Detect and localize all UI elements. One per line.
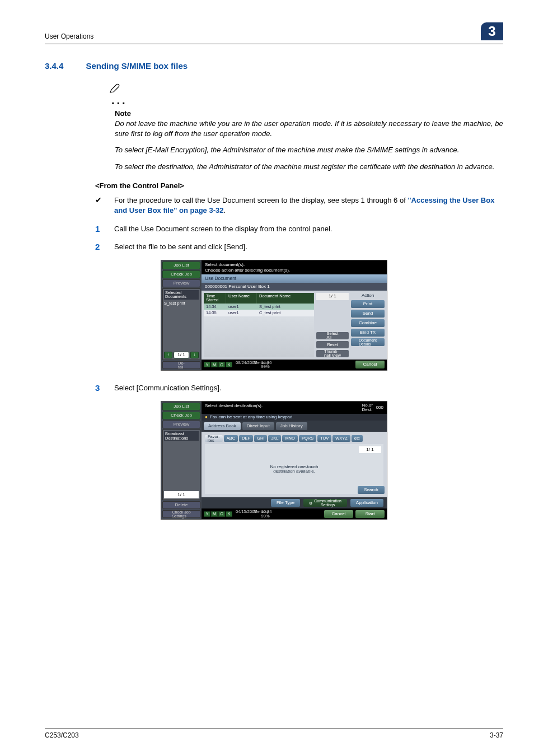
alpha-mno[interactable]: MNO xyxy=(282,435,298,442)
screenshot-select-destination: Job List Check Job Preview Broadcast Des… xyxy=(161,401,387,520)
document-details-button[interactable]: Document Details xyxy=(351,338,385,346)
note-paragraph-3: To select the destination, the Administr… xyxy=(115,162,512,172)
action-header: Action xyxy=(351,293,385,298)
footer-memory-label: Memory xyxy=(254,510,269,518)
col-document-name: Document Name xyxy=(257,293,314,304)
alpha-tuv[interactable]: TUV xyxy=(317,435,331,442)
note-paragraph-2: To select [E-Mail Encryption], the Admin… xyxy=(115,145,512,155)
no-destination-line-2: destination available. xyxy=(270,469,318,474)
step-1-number: 1 xyxy=(95,224,103,234)
screenshot-use-document: Job List Check Job Preview Selected Docu… xyxy=(161,260,387,371)
application-button[interactable]: Application xyxy=(350,499,383,507)
alpha-etc[interactable]: etc xyxy=(352,435,363,442)
alpha-wxyz[interactable]: WXYZ xyxy=(332,435,350,442)
page-indicator: 1/ 1 xyxy=(174,352,189,358)
step-3-text: Select [Communication Settings]. xyxy=(114,383,503,393)
communication-settings-button[interactable]: ⚙Communication Settings xyxy=(303,499,347,507)
check-bullet-icon: ✔ xyxy=(95,195,103,216)
use-document-title: Use Document xyxy=(202,274,387,283)
job-list-button[interactable]: Job List xyxy=(162,403,200,410)
tab-job-history[interactable]: Job History xyxy=(276,422,307,430)
procedure-note: For the procedure to call the Use Docume… xyxy=(114,195,503,216)
step-2-text: Select the file to be sent and click [Se… xyxy=(114,242,503,252)
alpha-favorites[interactable]: Favor- ites xyxy=(205,435,223,442)
check-job-button[interactable]: Check Job xyxy=(162,412,200,419)
selected-documents-header: Selected Documents xyxy=(164,290,199,300)
cancel-button[interactable]: Cancel xyxy=(324,510,353,518)
check-job-settings-button[interactable]: Check Job Settings xyxy=(162,510,200,518)
tip-text: Fax can be sent at any time using keypad… xyxy=(210,415,294,419)
tab-direct-input[interactable]: Direct Input xyxy=(242,422,274,430)
toner-levels-icon: YMCK xyxy=(204,511,232,517)
no-of-dest-label: No.of Dest. xyxy=(362,403,373,412)
page-up-button[interactable]: ↑ xyxy=(164,352,172,358)
tab-address-book[interactable]: Address Book xyxy=(204,422,241,430)
alpha-pqrs[interactable]: PQRS xyxy=(299,435,316,442)
bind-tx-button[interactable]: Bind TX xyxy=(351,329,385,337)
doc-page-indicator: 1/ 1 xyxy=(316,293,349,300)
lightbulb-icon: ● xyxy=(205,415,208,419)
combine-button[interactable]: Combine xyxy=(351,319,385,327)
alpha-def[interactable]: DEF xyxy=(239,435,253,442)
send-button[interactable]: Send xyxy=(351,310,385,318)
step-1-text: Call the Use Document screen to the disp… xyxy=(114,224,503,234)
user-box-subtitle: 000000001 Personal User Box 1 xyxy=(202,283,387,291)
col-user-name: User Name xyxy=(226,293,257,304)
section-number: 3.4.4 xyxy=(45,61,63,71)
check-job-button[interactable]: Check Job xyxy=(162,270,200,278)
thumbnail-view-button[interactable]: Thumb- nail View xyxy=(316,350,349,357)
footer-memory-label: Memory xyxy=(254,361,269,369)
col-time-stored[interactable]: Time Stored xyxy=(204,293,226,304)
table-row-selected[interactable]: 14:34 user1 S_test print xyxy=(204,304,314,310)
from-control-panel-heading: <From the Control Panel> xyxy=(95,181,503,190)
note-label: Note xyxy=(115,109,512,118)
broadcast-destinations-header: Broadcast Destinations xyxy=(164,431,199,441)
message-line-1: Select document(s). xyxy=(205,262,383,268)
reset-button[interactable]: Reset xyxy=(316,341,349,348)
preview-button[interactable]: Preview xyxy=(162,279,200,287)
note-icon: ... xyxy=(109,83,503,107)
section-title: Sending S/MIME box files xyxy=(86,61,188,71)
delete-button[interactable]: Delete xyxy=(162,501,200,509)
step-2-number: 2 xyxy=(95,242,103,252)
alpha-abc[interactable]: ABC xyxy=(224,435,238,442)
no-of-dest-value: 000 xyxy=(376,405,383,410)
file-type-button[interactable]: File Type xyxy=(271,499,300,507)
header-rule xyxy=(45,44,503,44)
chapter-badge: 3 xyxy=(481,22,503,40)
alpha-ghi[interactable]: GHI xyxy=(254,435,267,442)
start-button[interactable]: Start xyxy=(355,510,385,518)
cancel-button[interactable]: Cancel xyxy=(355,361,385,368)
table-row[interactable]: 14:35 user1 C_test print xyxy=(204,310,314,316)
bd-page-indicator: 1/ 1 xyxy=(164,491,199,498)
search-button[interactable]: Search xyxy=(358,486,385,494)
gear-icon: ⚙ xyxy=(309,501,312,505)
selected-document-item: S_test print xyxy=(164,301,199,306)
footer-page-number: 3-37 xyxy=(490,731,503,739)
select-all-button[interactable]: Select All xyxy=(316,332,349,339)
page-down-button[interactable]: ↓ xyxy=(190,352,199,358)
note-paragraph-1: Do not leave the machine while you are i… xyxy=(115,119,512,138)
preview-button[interactable]: Preview xyxy=(162,421,200,428)
running-head: User Operations xyxy=(45,32,93,40)
message-line: Select desired destination(s). xyxy=(205,403,263,408)
address-page-indicator: 1/ 1 xyxy=(359,446,381,453)
alpha-jkl[interactable]: JKL xyxy=(268,435,281,442)
job-list-button[interactable]: Job List xyxy=(162,262,200,269)
step-3-number: 3 xyxy=(95,383,103,393)
footer-model: C253/C203 xyxy=(45,731,79,739)
detail-button[interactable]: De- tail xyxy=(162,361,200,369)
message-line-2: Choose action after selecting document(s… xyxy=(205,268,383,273)
toner-levels-icon: YMCK xyxy=(204,362,232,367)
print-button[interactable]: Print xyxy=(351,300,385,308)
